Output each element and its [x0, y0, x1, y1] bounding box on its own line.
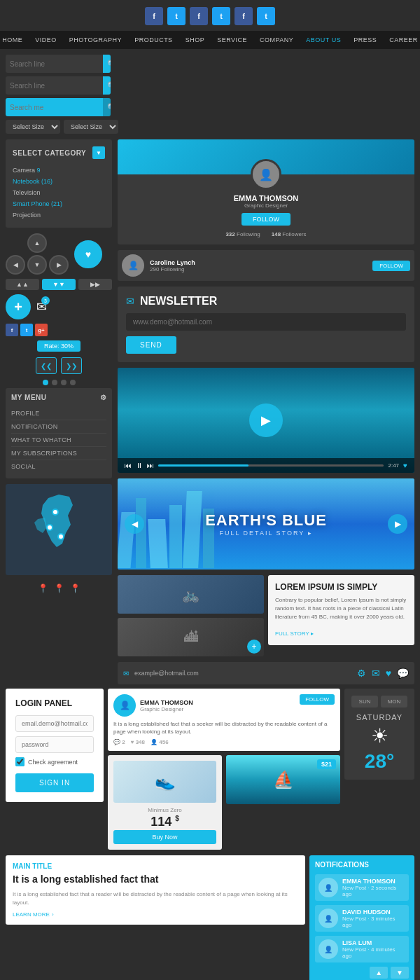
notif-sub-3: New Post · 4 minutes ago — [342, 946, 405, 959]
category-item-smartphone[interactable]: Smart Phone (21) — [13, 198, 105, 209]
social-tw-icon[interactable]: t — [20, 324, 33, 336]
category-item-projection[interactable]: Projection — [13, 209, 105, 221]
message-icon[interactable]: ✉ 3 — [36, 299, 47, 315]
arrow-right-btn[interactable]: ▶▶ — [78, 279, 112, 290]
facebook-button-2[interactable]: f — [190, 7, 208, 25]
login-email[interactable] — [15, 715, 94, 732]
notif-next[interactable]: ▼ — [391, 967, 409, 979]
dot-3[interactable] — [61, 380, 66, 385]
gear-icon[interactable]: ⚙ — [100, 394, 107, 401]
ctrl-left[interactable]: ◀ — [6, 255, 25, 275]
mail-actions: ⚙ ✉ ♥ 💬 — [357, 668, 409, 679]
video-heart[interactable]: ♥ — [403, 462, 407, 469]
right-cards-col: FOLLOW 👤 EMMA THOMSON Graphic Designer I… — [108, 689, 340, 850]
hero-title: EARTH'S BLUE — [205, 511, 327, 530]
facebook-button-3[interactable]: f — [234, 7, 253, 25]
search-input-1[interactable] — [6, 60, 103, 68]
search-input-3[interactable] — [6, 104, 103, 111]
dot-1[interactable] — [43, 380, 48, 385]
nav-products[interactable]: PRODUCTS — [134, 36, 173, 43]
login-password[interactable] — [15, 736, 94, 753]
select-size-2[interactable]: Select Size — [64, 120, 118, 134]
thumbnail-plus-button[interactable]: + — [247, 640, 261, 654]
agreement-checkbox[interactable] — [15, 757, 24, 766]
menu-notification[interactable]: NOTIFICATION — [11, 420, 106, 434]
search-input-2[interactable] — [6, 82, 103, 90]
menu-what-to-watch[interactable]: WHAT TO WHATCH — [11, 434, 106, 447]
arrow-up-btn[interactable]: ▲▲ — [6, 279, 39, 290]
thumbnail-street[interactable]: 🏙 + — [118, 618, 264, 656]
search-button-3[interactable]: 🔍 — [103, 98, 111, 116]
plus-button[interactable]: + — [6, 294, 31, 319]
search-button-2[interactable]: 🔍 — [103, 76, 111, 95]
facebook-button-1[interactable]: f — [145, 7, 163, 25]
category-arrow[interactable]: ▼ — [92, 146, 105, 159]
pin-2: 📍 — [54, 584, 64, 593]
select-size-1[interactable]: Select Size — [6, 120, 60, 134]
social-gp-icon[interactable]: g+ — [35, 324, 48, 336]
nav-video[interactable]: VIDEO — [35, 36, 57, 43]
twitter-button-3[interactable]: t — [257, 7, 275, 25]
rate-button[interactable]: Rate: 30% — [37, 340, 80, 352]
emma-follow-button[interactable]: FOLLOW — [300, 694, 335, 705]
learn-more-link[interactable]: LEARN MORE › — [13, 911, 298, 918]
video-controls: ⏮ ⏸ ⏭ 2:47 ♥ — [118, 458, 414, 473]
nav-about[interactable]: ABOUT US — [306, 36, 341, 43]
nav-prev-button[interactable]: ❮❮ — [36, 357, 57, 374]
sign-in-button[interactable]: SIGN IN — [15, 773, 94, 792]
play-button[interactable]: ▶ — [249, 403, 283, 437]
dot-4[interactable] — [70, 380, 76, 385]
mail-chat-icon[interactable]: 💬 — [397, 668, 409, 679]
newsletter-send-button[interactable]: SEND — [126, 336, 176, 354]
shoe-card-inner: 👟 Minimus Zero 114 $ Buy Now — [108, 755, 222, 850]
nav-next-button[interactable]: ❯❯ — [61, 357, 82, 374]
newsletter-input[interactable] — [126, 313, 406, 331]
video-rewind[interactable]: ⏮ — [125, 462, 132, 469]
twitter-button-2[interactable]: t — [212, 7, 230, 25]
menu-social[interactable]: SOCIAL — [11, 460, 106, 473]
search-button-1[interactable]: 🔍 — [103, 55, 111, 73]
heart-button[interactable]: ♥ — [74, 240, 102, 268]
emma-stats: 💬 2 ♥ 348 👤 456 — [113, 739, 335, 745]
small-follow-button[interactable]: FOLLOW — [372, 261, 410, 271]
nav-company[interactable]: COMPANY — [260, 36, 293, 43]
thumbnail-bike[interactable]: 🚲 — [118, 575, 264, 614]
category-item-television[interactable]: Television — [13, 187, 105, 198]
ctrl-right[interactable]: ▶ — [49, 255, 69, 275]
weather-monday[interactable]: MON — [381, 696, 407, 708]
video-forward[interactable]: ⏭ — [147, 462, 154, 469]
dot-2[interactable] — [52, 380, 57, 385]
nav-career[interactable]: CAREER — [389, 36, 418, 43]
video-play-pause[interactable]: ⏸ — [136, 462, 143, 469]
nav-service[interactable]: SERVICE — [217, 36, 247, 43]
video-player[interactable]: ▶ ⏮ ⏸ ⏭ 2:47 ♥ — [118, 368, 414, 473]
read-more-link[interactable]: FULL STORY ▸ — [275, 630, 314, 637]
menu-subscriptions[interactable]: MY SUBSCRIPTIONS — [11, 447, 106, 460]
hero-prev-button[interactable]: ◀ — [125, 514, 144, 534]
ctrl-up[interactable]: ▲ — [27, 233, 47, 253]
arrow-down-btn[interactable]: ▼▼ — [42, 279, 76, 290]
mail-envelope-icon[interactable]: ✉ — [372, 668, 380, 679]
category-item-notebook[interactable]: Notebook (16) — [13, 176, 105, 187]
mail-heart-icon[interactable]: ♥ — [386, 668, 391, 679]
video-progress[interactable] — [158, 464, 384, 467]
nav-home[interactable]: HOME — [2, 36, 22, 43]
weather-sunday[interactable]: SUN — [351, 696, 378, 708]
ctrl-down[interactable]: ▼ — [27, 255, 47, 275]
notif-prev[interactable]: ▲ — [370, 967, 388, 979]
follow-button[interactable]: FOLLOW — [241, 213, 290, 226]
menu-profile[interactable]: PROFILE — [11, 407, 106, 420]
nav-photography[interactable]: PHOTOGRAPHY — [69, 36, 122, 43]
category-item-camera[interactable]: Camera 9 — [13, 165, 105, 176]
navigation: HOME VIDEO PHOTOGRAPHY PRODUCTS SHOP SER… — [0, 31, 420, 49]
hero-next-button[interactable]: ▶ — [388, 514, 407, 534]
nav-press[interactable]: PRESS — [354, 36, 377, 43]
social-fb-icon[interactable]: f — [6, 324, 18, 336]
menu-header: MY MENU ⚙ — [11, 394, 106, 401]
search-icon-3: 🔍 — [107, 103, 111, 112]
buy-button[interactable]: Buy Now — [113, 830, 216, 844]
nav-shop[interactable]: SHOP — [186, 36, 205, 43]
mail-gear-icon[interactable]: ⚙ — [357, 668, 366, 679]
svg-point-0 — [52, 509, 58, 515]
twitter-button-1[interactable]: t — [167, 7, 186, 25]
